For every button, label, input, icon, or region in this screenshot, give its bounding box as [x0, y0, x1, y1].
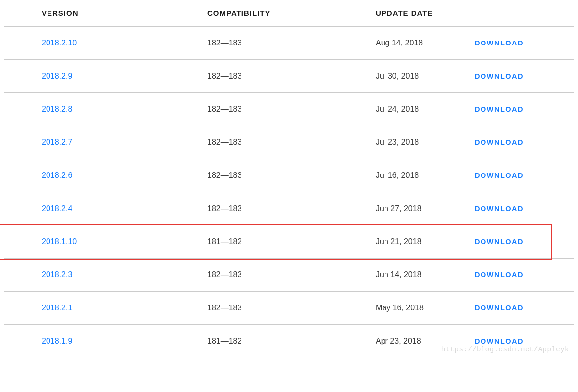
compatibility-text: 182—183: [207, 138, 241, 146]
table-row: 2018.1.10181—182Jun 21, 2018DOWNLOAD: [4, 225, 574, 259]
version-link[interactable]: 2018.2.7: [42, 138, 72, 146]
update-date-text: Apr 23, 2018: [376, 337, 421, 345]
download-button[interactable]: DOWNLOAD: [475, 238, 524, 246]
compatibility-text: 181—182: [207, 337, 241, 345]
version-link[interactable]: 2018.1.10: [42, 237, 77, 246]
download-button[interactable]: DOWNLOAD: [475, 172, 524, 179]
version-table: VERSION COMPATIBILITY UPDATE DATE 2018.2…: [4, 0, 574, 357]
compatibility-text: 182—183: [207, 39, 241, 47]
header-download: [475, 9, 574, 17]
table-row: 2018.2.8182—183Jul 24, 2018DOWNLOAD: [4, 93, 574, 126]
download-button[interactable]: DOWNLOAD: [475, 72, 524, 80]
update-date-text: May 16, 2018: [376, 304, 424, 312]
compatibility-text: 182—183: [207, 72, 241, 80]
download-button[interactable]: DOWNLOAD: [475, 105, 524, 113]
update-date-text: Jul 30, 2018: [376, 72, 419, 80]
compatibility-text: 182—183: [207, 204, 241, 213]
table-row: 2018.2.4182—183Jun 27, 2018DOWNLOAD: [4, 192, 574, 225]
version-link[interactable]: 2018.2.6: [42, 171, 72, 179]
version-link[interactable]: 2018.2.3: [42, 270, 72, 279]
version-link[interactable]: 2018.2.4: [42, 204, 72, 213]
header-version: VERSION: [42, 9, 207, 17]
table-row: 2018.2.6182—183Jul 16, 2018DOWNLOAD: [4, 159, 574, 192]
version-link[interactable]: 2018.2.10: [42, 39, 77, 47]
compatibility-text: 182—183: [207, 270, 241, 279]
update-date-text: Jun 21, 2018: [376, 237, 422, 246]
update-date-text: Jun 27, 2018: [376, 204, 422, 213]
table-header: VERSION COMPATIBILITY UPDATE DATE: [4, 0, 574, 27]
compatibility-text: 182—183: [207, 171, 241, 179]
version-link[interactable]: 2018.2.8: [42, 105, 72, 113]
table-row: 2018.2.7182—183Jul 23, 2018DOWNLOAD: [4, 126, 574, 159]
update-date-text: Jul 16, 2018: [376, 171, 419, 179]
update-date-text: Aug 14, 2018: [376, 39, 423, 47]
compatibility-text: 181—182: [207, 237, 241, 246]
download-button[interactable]: DOWNLOAD: [475, 138, 524, 146]
download-button[interactable]: DOWNLOAD: [475, 337, 524, 345]
version-link[interactable]: 2018.2.1: [42, 304, 72, 312]
header-update-date: UPDATE DATE: [376, 9, 475, 17]
download-button[interactable]: DOWNLOAD: [475, 205, 524, 213]
version-link[interactable]: 2018.2.9: [42, 72, 72, 80]
compatibility-text: 182—183: [207, 304, 241, 312]
table-row: 2018.2.9182—183Jul 30, 2018DOWNLOAD: [4, 60, 574, 93]
compatibility-text: 182—183: [207, 105, 241, 113]
update-date-text: Jul 24, 2018: [376, 105, 419, 113]
download-button[interactable]: DOWNLOAD: [475, 39, 524, 47]
download-button[interactable]: DOWNLOAD: [475, 304, 524, 312]
download-button[interactable]: DOWNLOAD: [475, 271, 524, 279]
update-date-text: Jun 14, 2018: [376, 270, 422, 279]
table-row: 2018.2.1182—183May 16, 2018DOWNLOAD: [4, 292, 574, 325]
header-compatibility: COMPATIBILITY: [207, 9, 376, 17]
version-link[interactable]: 2018.1.9: [42, 337, 72, 345]
table-row: 2018.2.3182—183Jun 14, 2018DOWNLOAD: [4, 259, 574, 292]
table-row: 2018.2.10182—183Aug 14, 2018DOWNLOAD: [4, 27, 574, 60]
update-date-text: Jul 23, 2018: [376, 138, 419, 146]
table-row: 2018.1.9181—182Apr 23, 2018DOWNLOAD: [4, 325, 574, 357]
